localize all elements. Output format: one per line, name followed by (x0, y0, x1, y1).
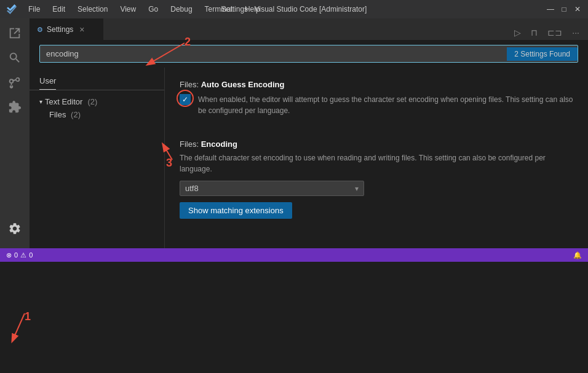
status-bar: ⊗ 0 ⚠ 0 🔔 (0, 248, 588, 262)
search-results-count: 2 Settings Found (507, 47, 578, 61)
error-count: 0 (14, 251, 18, 259)
maximize-button[interactable]: □ (560, 5, 568, 14)
error-icon: ⊗ (6, 251, 12, 259)
settings-nav: User ▾ Text Editor (2) Files (2) (30, 68, 165, 248)
nav-files-count: (2) (71, 110, 81, 119)
menu-go[interactable]: Go (143, 4, 163, 15)
arrow1-svg (0, 301, 37, 350)
setting1-title-strong: Auto Guess Encoding (201, 80, 285, 89)
dropdown-arrow-icon: ▾ (355, 184, 359, 193)
settings-tab-icon: ⚙ (37, 26, 43, 34)
activity-bar-bottom (5, 219, 25, 243)
nav-text-editor-count: (2) (87, 97, 97, 106)
setting2-title-strong: Encoding (201, 139, 237, 149)
setting1-description: When enabled, the editor will attempt to… (198, 94, 573, 116)
encoding-select[interactable]: utf8 utf16le utf16be latin1 (185, 184, 355, 193)
close-button[interactable]: ✕ (573, 5, 582, 14)
setting-auto-guess-encoding: Files: Auto Guess Encoding ✓ (180, 80, 573, 122)
settings-main: Files: Auto Guess Encoding ✓ (165, 68, 588, 248)
status-errors[interactable]: ⊗ 0 ⚠ 0 (6, 251, 33, 259)
setting2-description: The default character set encoding to us… (180, 152, 573, 175)
show-matching-extensions-button[interactable]: Show matching extensions (180, 202, 292, 219)
nav-text-editor[interactable]: ▾ Text Editor (2) (30, 95, 164, 108)
search-container: 2 Settings Found (39, 45, 578, 63)
settings-body: User ▾ Text Editor (2) Files (2) (30, 68, 588, 248)
auto-guess-checkbox[interactable]: ✓ (180, 94, 191, 105)
status-left: ⊗ 0 ⚠ 0 (6, 251, 33, 259)
tab-layout-icon[interactable]: ⊏⊐ (545, 25, 565, 40)
titlebar: File Edit Selection View Go Debug Termin… (0, 0, 588, 18)
minimize-button[interactable]: — (546, 5, 555, 14)
nav-files[interactable]: Files (2) (30, 108, 164, 121)
tab-close-button[interactable]: × (77, 25, 87, 34)
svg-line-0 (12, 313, 25, 341)
tab-bar: ⚙ Settings × ▷ ⊓ ⊏⊐ ··· (30, 18, 588, 40)
setting2-prefix: Files: (180, 139, 201, 149)
activity-settings-icon[interactable] (5, 219, 25, 238)
settings-content: 2 Settings Found User ▾ Text Editor (2) (30, 40, 588, 248)
setting1-title: Files: Auto Guess Encoding (180, 80, 573, 89)
setting-encoding: Files: Encoding The default character se… (180, 139, 573, 219)
annotation-label-1: 1 (25, 310, 31, 323)
titlebar-title: Settings - Visual Studio Code [Administr… (221, 5, 367, 14)
checkmark-icon: ✓ (182, 95, 188, 104)
setting1-prefix: Files: (180, 80, 201, 89)
activity-bar (0, 18, 30, 248)
activity-search-icon[interactable] (5, 48, 25, 68)
menu-file[interactable]: File (23, 4, 45, 15)
tab-more-icon[interactable]: ··· (570, 25, 582, 40)
nav-text-editor-label: Text Editor (45, 97, 82, 106)
chevron-down-icon: ▾ (39, 98, 42, 105)
warning-count: 0 (29, 251, 33, 259)
checkbox-row: ✓ When enabled, the editor will attempt … (180, 93, 573, 122)
status-right: 🔔 (573, 251, 582, 259)
encoding-dropdown[interactable]: utf8 utf16le utf16be latin1 ▾ (180, 181, 364, 196)
settings-tab[interactable]: ⚙ Settings × (30, 18, 103, 40)
activity-source-control-icon[interactable] (5, 73, 25, 92)
search-bar: 2 Settings Found (30, 40, 588, 68)
menu-debug[interactable]: Debug (165, 4, 197, 15)
setting2-title: Files: Encoding (180, 139, 573, 149)
status-notification-icon[interactable]: 🔔 (573, 251, 582, 259)
editor-area: ⚙ Settings × ▷ ⊓ ⊏⊐ ··· 2 Settings F (30, 18, 588, 248)
activity-extensions-icon[interactable] (5, 97, 25, 117)
user-tab[interactable]: User (39, 73, 56, 90)
vscode-logo-icon (6, 4, 17, 15)
nav-files-label: Files (49, 110, 66, 119)
menu-view[interactable]: View (115, 4, 141, 15)
warning-icon: ⚠ (20, 251, 26, 259)
main-layout: ⚙ Settings × ▷ ⊓ ⊏⊐ ··· 2 Settings F (0, 18, 588, 248)
tab-actions: ▷ ⊓ ⊏⊐ ··· (512, 25, 588, 40)
tab-split-icon[interactable]: ⊓ (528, 25, 540, 40)
menu-selection[interactable]: Selection (73, 4, 113, 15)
search-input[interactable] (40, 45, 507, 62)
tab-run-icon[interactable]: ▷ (512, 25, 523, 40)
menu-edit[interactable]: Edit (47, 4, 70, 15)
titlebar-controls: — □ ✕ (546, 5, 582, 14)
activity-explorer-icon[interactable] (5, 23, 25, 43)
settings-tab-label: Settings (47, 25, 73, 34)
